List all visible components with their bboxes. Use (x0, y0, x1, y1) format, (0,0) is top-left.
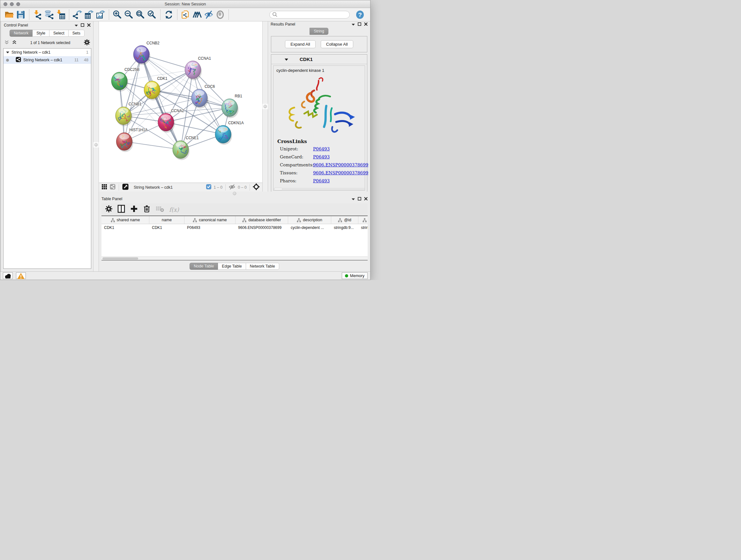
results-hscroll-thumb[interactable] (274, 188, 282, 190)
crosshair-icon[interactable] (253, 183, 260, 191)
tab-network-table[interactable]: Network Table (246, 263, 279, 270)
node-CDKN1A[interactable]: CDKN1A (212, 121, 244, 145)
node-CCNB2[interactable]: CCNB2 (132, 41, 159, 65)
first-neighbors-icon[interactable] (192, 9, 203, 20)
node-CDC25B[interactable]: CDC25B (111, 67, 140, 92)
grid-view-icon[interactable] (102, 184, 107, 191)
show-graphics-details-icon[interactable] (214, 9, 226, 20)
gene-entry-header[interactable]: CDK1 (271, 55, 367, 64)
panel-close-icon[interactable] (364, 196, 367, 202)
tab-sets[interactable]: Sets (68, 30, 84, 37)
node-CDK1[interactable]: CDK1 (144, 76, 167, 101)
import-network-database-icon[interactable] (44, 9, 55, 20)
crosslink-link[interactable]: P06493 (313, 154, 368, 159)
show-columns-icon[interactable] (118, 205, 125, 214)
panel-menu-icon[interactable] (352, 196, 355, 202)
right-panel-splitter[interactable] (262, 21, 268, 192)
add-column-icon[interactable] (130, 205, 138, 214)
table-gear-icon[interactable] (105, 205, 112, 213)
network-row-selected[interactable]: String Network – cdk1 11 48 (3, 56, 91, 64)
import-network-file-icon[interactable] (32, 9, 44, 20)
entry-collapse-icon[interactable] (285, 57, 288, 62)
open-session-icon[interactable] (3, 9, 15, 20)
search-box[interactable] (269, 11, 350, 18)
crosslink-link[interactable]: P06493 (313, 146, 368, 151)
panel-menu-icon[interactable] (352, 21, 355, 27)
panel-menu-icon[interactable] (75, 22, 78, 28)
tab-network[interactable]: Network (10, 30, 32, 37)
zoom-selected-icon[interactable] (146, 9, 158, 20)
hide-selected-icon[interactable] (203, 9, 214, 20)
selected-checkbox-icon[interactable] (206, 184, 211, 190)
delete-column-icon[interactable] (143, 205, 151, 214)
edge-CCNB2-CCNE1[interactable] (141, 55, 181, 150)
node-CCNA1[interactable]: CCNA1 (185, 56, 211, 80)
network-share-icon[interactable] (110, 184, 116, 191)
cloud-button[interactable] (3, 272, 13, 279)
warning-button[interactable] (16, 272, 26, 279)
tab-select[interactable]: Select (49, 30, 69, 37)
birds-eye-view-icon[interactable] (122, 184, 129, 191)
column-header-namespace[interactable]: namespace (358, 216, 367, 224)
column-header-shared-name[interactable]: shared name (102, 216, 149, 224)
column-header-database-identifier[interactable]: database identifier (235, 216, 288, 224)
node-RB1[interactable]: RB1 (222, 94, 243, 118)
copy-view-icon[interactable] (180, 9, 192, 20)
zoom-in-icon[interactable] (112, 9, 123, 20)
export-image-icon[interactable] (95, 9, 106, 20)
panel-float-icon[interactable] (358, 196, 361, 202)
hidden-eye-icon[interactable] (228, 184, 235, 191)
table-panel-splitter[interactable] (99, 192, 370, 195)
expand-all-button[interactable]: Expand All (285, 40, 315, 48)
export-table-icon[interactable] (83, 9, 95, 20)
table-row[interactable]: CDK1CDK1P064939606.ENSP00000378699cyclin… (102, 224, 367, 232)
zoom-out-icon[interactable] (123, 9, 135, 20)
table-body[interactable]: CDK1CDK1P064939606.ENSP00000378699cyclin… (102, 224, 367, 256)
collapse-all-button[interactable]: Collapse All (321, 40, 353, 48)
hierarchy-column-icon (338, 218, 342, 222)
edge-CDK1-RB1[interactable] (152, 90, 229, 108)
function-builder-icon[interactable]: f(x) (169, 206, 179, 213)
save-session-icon[interactable] (15, 9, 26, 20)
splitter-grip[interactable] (94, 143, 98, 146)
network-canvas[interactable]: CCNB2CCNA1CDC25BCDK1CDC6RB1CCNB1CCNA2CDK… (99, 21, 262, 183)
tab-string[interactable]: String (310, 28, 328, 35)
tree-expand-icon[interactable] (6, 50, 9, 55)
results-hscrollbar[interactable] (273, 188, 365, 190)
crosslink-link[interactable]: 9606.ENSP00000378699 (313, 170, 368, 175)
panel-close-icon[interactable] (364, 21, 367, 27)
import-table-file-icon[interactable] (55, 9, 66, 20)
zoom-fit-content-icon[interactable] (135, 9, 146, 20)
panel-float-icon[interactable] (81, 22, 84, 28)
expand-all-icon[interactable] (12, 40, 17, 46)
tab-edge-table[interactable]: Edge Table (218, 263, 246, 270)
splitter-grip[interactable] (264, 105, 267, 108)
memory-button[interactable]: Memory (342, 272, 367, 279)
panel-close-icon[interactable] (87, 22, 91, 28)
column-header--id[interactable]: @id (331, 216, 358, 224)
panel-float-icon[interactable] (358, 21, 361, 27)
column-header-canonical-name[interactable]: canonical name (185, 216, 235, 224)
delete-table-icon[interactable] (156, 205, 164, 213)
crosslink-link[interactable]: P06493 (313, 178, 368, 183)
help-icon[interactable]: ? (354, 9, 366, 20)
crosslink-link[interactable]: 9606.ENSP00000378699 (313, 162, 368, 167)
collapse-all-icon[interactable] (4, 40, 9, 46)
refresh-view-icon[interactable] (163, 9, 175, 20)
tab-style[interactable]: Style (32, 30, 50, 37)
node-CDC6[interactable]: CDC6 (192, 84, 215, 109)
toolbar-group (32, 9, 66, 20)
column-header-name[interactable]: name (149, 216, 185, 224)
table-hscrollbar[interactable] (102, 256, 367, 260)
search-input[interactable] (279, 12, 347, 17)
splitter-grip[interactable] (233, 192, 237, 195)
network-collection-row[interactable]: String Network – cdk1 1 (3, 49, 91, 56)
gear-icon[interactable] (84, 39, 90, 47)
export-network-icon[interactable] (72, 9, 83, 20)
node-CCNB1[interactable]: CCNB1 (116, 102, 142, 126)
left-panel-splitter[interactable] (93, 21, 99, 271)
table-hscroll-thumb[interactable] (103, 257, 138, 260)
node-HIST1H1A[interactable]: HIST1H1A (116, 128, 147, 152)
tab-node-table[interactable]: Node Table (190, 263, 218, 270)
column-header-description[interactable]: description (288, 216, 331, 224)
